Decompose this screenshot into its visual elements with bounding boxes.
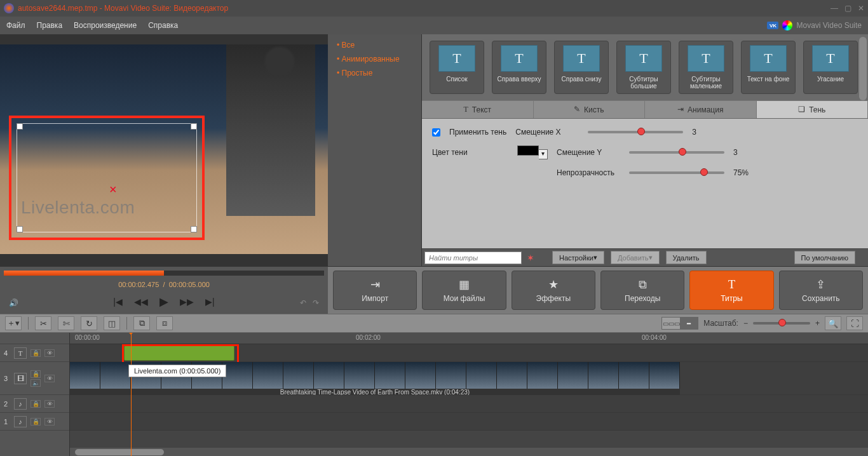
resize-handle-ne[interactable] xyxy=(191,123,197,130)
category-simple[interactable]: Простые xyxy=(328,66,421,80)
lock-icon[interactable]: 🔒 xyxy=(31,418,41,426)
maximize-icon[interactable]: ▢ xyxy=(844,4,851,13)
storyboard-icon[interactable]: ▭▭▭ xyxy=(662,318,680,329)
apply-shadow-checkbox[interactable] xyxy=(432,128,440,137)
reset-button[interactable]: По умолчанию xyxy=(794,251,855,264)
menu-edit[interactable]: Правка xyxy=(37,21,63,30)
track-4-header[interactable]: 4T🔒👁 xyxy=(0,344,69,362)
shadow-color-swatch[interactable] xyxy=(517,145,539,156)
tab-shadow[interactable]: ❏Тень xyxy=(757,101,869,118)
tab-titles[interactable]: TТитры xyxy=(689,271,773,310)
eye-icon[interactable]: 👁 xyxy=(44,418,55,426)
step-back-icon[interactable]: ◀◀ xyxy=(134,297,148,307)
transitions-icon: ⧉ xyxy=(639,278,647,292)
view-mode-toggle[interactable]: ▭▭▭━ xyxy=(661,317,698,330)
playhead[interactable] xyxy=(131,333,132,456)
add-media-button[interactable]: ＋▾ xyxy=(5,316,22,330)
colorwheel-icon[interactable] xyxy=(782,20,792,30)
step-fwd-icon[interactable]: ▶▶ xyxy=(180,297,194,307)
anchor-cross-icon[interactable]: × xyxy=(109,182,117,197)
preset-fade[interactable]: TУгасание xyxy=(803,41,858,94)
timeline-h-scrollbar[interactable] xyxy=(70,448,868,456)
zoom-slider[interactable] xyxy=(753,322,810,325)
track-1-header[interactable]: 1♪🔒👁 xyxy=(0,413,69,431)
lock-icon[interactable]: 🔒 xyxy=(31,349,41,357)
preset-bottom-right[interactable]: TСправа снизу xyxy=(554,41,609,94)
preset-sub-small[interactable]: TСубтитры маленькие xyxy=(679,41,733,94)
resize-handle-se[interactable] xyxy=(191,226,197,232)
category-all[interactable]: Все xyxy=(328,38,421,52)
add-button[interactable]: Добавить ▾ xyxy=(611,251,660,264)
timeline-icon[interactable]: ━ xyxy=(680,318,698,329)
preview-canvas[interactable]: × Livelenta.com xyxy=(0,44,328,254)
tab-text[interactable]: TТекст xyxy=(422,101,534,118)
search-titles-input[interactable] xyxy=(424,251,522,264)
go-end-icon[interactable]: ▶| xyxy=(205,297,215,307)
title-text-overlay[interactable]: Livelenta.com xyxy=(21,198,135,218)
resize-handle-nw[interactable] xyxy=(17,123,23,130)
fit-zoom-button[interactable]: 🔍 xyxy=(825,316,841,330)
preset-on-bg[interactable]: TТекст на фоне xyxy=(741,41,796,94)
preset-scrollbar[interactable] xyxy=(859,37,867,100)
rotate-button[interactable]: ↻ xyxy=(81,316,97,330)
offset-y-slider[interactable] xyxy=(629,151,724,154)
timecode: 00:00:02.475 / 00:00:05.000 xyxy=(0,281,328,288)
undo-icon[interactable]: ↶ xyxy=(300,298,306,307)
lock-icon[interactable]: 🔒 xyxy=(31,400,41,408)
group-button[interactable]: ⧉ xyxy=(133,316,150,330)
time-ruler[interactable]: 00:00:00 00:02:00 00:04:00 xyxy=(70,333,868,344)
track-2-header[interactable]: 2♪🔒👁 xyxy=(0,395,69,413)
resize-handle-sw[interactable] xyxy=(17,226,23,232)
tab-transitions[interactable]: ⧉Переходы xyxy=(600,271,684,310)
remove-button[interactable]: Удалить xyxy=(666,251,707,264)
mute-icon[interactable]: 🔈 xyxy=(31,379,41,387)
go-start-icon[interactable]: |◀ xyxy=(113,297,123,307)
offset-x-slider[interactable] xyxy=(588,131,683,133)
title-bounding-box[interactable]: × Livelenta.com xyxy=(9,116,205,240)
preset-list[interactable]: TСписок xyxy=(430,41,484,94)
opacity-label: Непрозрачность xyxy=(557,168,620,177)
ungroup-button[interactable]: ⧈ xyxy=(156,316,173,330)
tab-my-files[interactable]: ▦Мои файлы xyxy=(422,271,506,310)
zoom-in-icon[interactable]: + xyxy=(815,319,820,328)
scrub-bar[interactable] xyxy=(4,271,324,276)
close-icon[interactable]: ✕ xyxy=(858,4,864,13)
minimize-icon[interactable]: — xyxy=(831,4,838,13)
title-track-row[interactable]: Livelenta.com (0:00:05.000) xyxy=(70,344,868,362)
clear-search-icon[interactable]: ✶ xyxy=(527,253,534,263)
preset-sub-big[interactable]: TСубтитры большие xyxy=(616,41,671,94)
title-clip[interactable] xyxy=(124,345,234,361)
vk-icon[interactable]: VK xyxy=(767,22,778,29)
audio-track-2-row[interactable] xyxy=(70,395,868,413)
tab-effects[interactable]: ★Эффекты xyxy=(512,271,595,310)
export-icon: ⇪ xyxy=(816,278,825,292)
cut-button[interactable]: ✂ xyxy=(35,316,51,330)
split-button[interactable]: ✄ xyxy=(58,316,74,330)
menu-file[interactable]: Файл xyxy=(6,21,25,30)
tab-save[interactable]: ⇪Сохранить xyxy=(779,271,863,310)
redo-icon[interactable]: ↷ xyxy=(313,298,319,307)
track-3-header[interactable]: 3🎞🔒🔈👁 xyxy=(0,362,69,395)
tab-import[interactable]: ⇥Импорт xyxy=(333,271,417,310)
tab-animation[interactable]: ⇥Анимация xyxy=(645,101,757,118)
eye-icon[interactable]: 👁 xyxy=(44,349,55,357)
preset-top-right[interactable]: TСправа вверху xyxy=(492,41,546,94)
zoom-out-icon[interactable]: − xyxy=(743,319,748,328)
eye-icon[interactable]: 👁 xyxy=(44,375,55,382)
settings-button[interactable]: Настройки ▾ xyxy=(552,251,604,264)
text-track-icon: T xyxy=(14,347,27,359)
color-dropdown-icon[interactable]: ▾ xyxy=(539,149,548,159)
menu-help[interactable]: Справка xyxy=(148,21,178,30)
tab-brush[interactable]: ✎Кисть xyxy=(534,101,646,118)
play-icon[interactable]: ▶ xyxy=(159,295,168,309)
menu-playback[interactable]: Воспроизведение xyxy=(74,21,137,30)
category-animated[interactable]: Анимированные xyxy=(328,52,421,66)
crop-button[interactable]: ◫ xyxy=(104,316,120,330)
video-track-icon: 🎞 xyxy=(14,373,27,384)
opacity-slider[interactable] xyxy=(629,171,724,174)
lock-icon[interactable]: 🔒 xyxy=(31,370,41,378)
fullscreen-button[interactable]: ⛶ xyxy=(846,316,863,330)
eye-icon[interactable]: 👁 xyxy=(44,400,55,408)
track-area[interactable]: 00:00:00 00:02:00 00:04:00 Livelenta.com… xyxy=(70,333,868,456)
audio-track-1-row[interactable] xyxy=(70,413,868,431)
